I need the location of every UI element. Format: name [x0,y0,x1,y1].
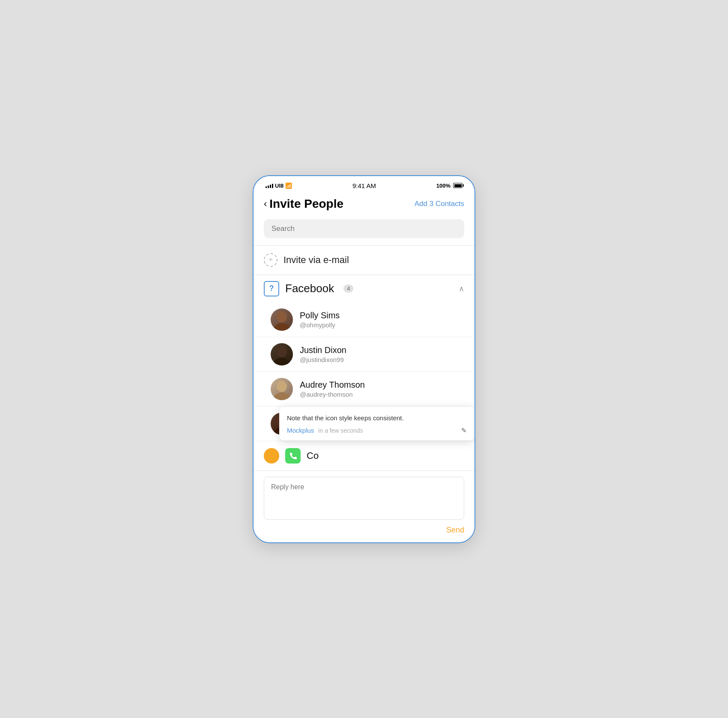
contact-info-audrey: Audrey Thomson @audrey-thomson [300,380,365,398]
contact-handle: @ohmypolly [300,321,340,329]
search-input[interactable] [264,219,464,238]
send-row: Send [264,521,464,536]
facebook-icon: ? [264,281,279,296]
phone-contacts-row[interactable]: Co [254,441,474,470]
contact-handle: @justindixon99 [300,356,346,363]
facebook-section-header[interactable]: ? Facebook 4 ∧ [254,275,474,302]
add-contacts-button[interactable]: Add 3 Contacts [415,200,464,208]
battery-icon [453,183,462,188]
contact-info-justin: Justin Dixon @justindixon99 [300,345,346,363]
signal-icon [266,183,273,188]
contact-row-polly[interactable]: Polly Sims @ohmypolly [254,302,474,337]
svg-point-0 [277,311,287,323]
phone-icon [285,448,301,464]
contact-info-polly: Polly Sims @ohmypolly [300,311,340,329]
reply-textarea[interactable] [264,477,464,520]
page-title: Invite People [269,197,343,211]
plus-circle-icon: + [264,253,277,267]
contact-count-badge: 4 [343,284,353,293]
notification-time: in a few seconds [318,427,363,434]
facebook-label: Facebook [285,282,334,295]
contact-name: Audrey Thomson [300,380,365,390]
svg-point-2 [277,346,287,357]
reply-area: Send [254,470,474,542]
back-arrow-icon: ‹ [264,198,267,209]
avatar-justin [271,343,293,365]
contact-row-audrey[interactable]: Audrey Thomson @audrey-thomson [254,372,474,407]
section-header-left: ? Facebook 4 [264,281,353,296]
avatar-polly [271,308,293,331]
time-label: 9:41 AM [352,182,376,189]
chevron-up-icon: ∧ [459,284,464,293]
battery-percent: 100% [436,182,451,189]
orange-dot-avatar [264,448,279,464]
contact-handle: @audrey-thomson [300,391,365,398]
contact-name: Polly Sims [300,311,340,320]
contacts-partial-label: Co [307,450,319,461]
status-right: 100% [436,182,462,189]
contact-row-justin[interactable]: Justin Dixon @justindixon99 [254,337,474,372]
notification-footer: Mockplus in a few seconds ✎ [287,427,467,434]
send-button[interactable]: Send [446,526,464,535]
phone-frame: UI8 📶 9:41 AM 100% ‹ Invite People Add 3… [253,175,475,543]
bottom-section: Note that the icon style keeps consisten… [254,407,474,441]
avatar-audrey [271,378,293,400]
carrier-label: UI8 [275,182,283,189]
status-bar: UI8 📶 9:41 AM 100% [254,176,474,194]
back-button[interactable]: ‹ Invite People [264,197,343,211]
header: ‹ Invite People Add 3 Contacts [254,194,474,217]
search-container [254,217,474,245]
notification-popup: Note that the icon style keeps consisten… [279,407,474,440]
status-left: UI8 📶 [266,182,292,189]
edit-icon[interactable]: ✎ [461,427,467,434]
invite-email-label: Invite via e-mail [283,254,349,266]
svg-point-4 [277,381,287,392]
svg-point-5 [273,392,290,400]
svg-point-3 [273,358,290,365]
wifi-icon: 📶 [285,182,292,189]
notification-author: Mockplus [287,427,314,434]
notification-text: Note that the icon style keeps consisten… [287,413,467,422]
svg-point-1 [273,323,290,331]
contact-name: Justin Dixon [300,345,346,355]
invite-email-row[interactable]: + Invite via e-mail [254,245,474,275]
